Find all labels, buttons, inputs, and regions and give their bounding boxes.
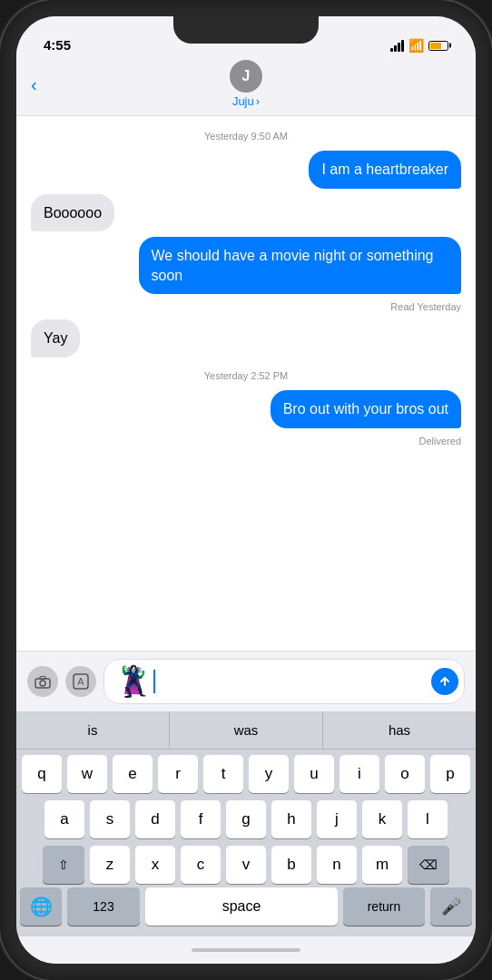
mic-key[interactable]: 🎤 [430, 887, 472, 926]
keys-container: q w e r t y u i o p a s d f g [16, 750, 476, 887]
key-p[interactable]: p [430, 755, 470, 793]
bubble-received-1: Boooooo [31, 194, 114, 232]
autocomplete-has[interactable]: has [323, 711, 476, 749]
autocomplete-is[interactable]: is [16, 711, 170, 749]
message-row: Bro out with your bros out [31, 390, 461, 428]
num-key[interactable]: 123 [67, 887, 140, 926]
nav-bar: ‹ J Juju › [16, 56, 476, 116]
key-b[interactable]: b [271, 846, 311, 884]
autocomplete-was[interactable]: was [170, 711, 323, 749]
keyboard-bottom-pad [16, 929, 476, 936]
bottom-row: 🌐 123 space return 🎤 [16, 887, 476, 929]
key-a[interactable]: a [44, 800, 84, 838]
input-area: A 🦹‍♀️ [16, 651, 476, 711]
key-u[interactable]: u [294, 755, 334, 793]
camera-button[interactable] [27, 666, 58, 697]
key-row-2: a s d f g h j k l [20, 800, 472, 838]
messages-area: Yesterday 9:50 AM I am a heartbreaker Bo… [16, 116, 476, 651]
back-chevron-icon: ‹ [31, 75, 37, 93]
key-r[interactable]: r [158, 755, 198, 793]
appstore-button[interactable]: A [65, 666, 96, 697]
key-j[interactable]: j [317, 800, 357, 838]
bubble-sent-1: I am a heartbreaker [309, 151, 461, 189]
return-key[interactable]: return [343, 887, 425, 926]
input-emoji: 🦹‍♀️ [115, 667, 152, 696]
key-d[interactable]: d [135, 800, 175, 838]
phone-frame: 4:55 📶 ‹ J Juj [0, 0, 492, 980]
key-i[interactable]: i [339, 755, 379, 793]
text-cursor [153, 670, 155, 693]
read-text: Read Yesterday [390, 301, 461, 312]
bubble-received-2: Yay [31, 319, 80, 358]
key-s[interactable]: s [90, 800, 130, 838]
svg-rect-2 [40, 676, 45, 679]
contact-name: Juju › [232, 94, 260, 108]
send-button[interactable] [431, 668, 458, 695]
key-f[interactable]: f [181, 800, 221, 838]
delete-key[interactable]: ⌫ [408, 846, 449, 884]
key-o[interactable]: o [385, 755, 425, 793]
read-label: Read Yesterday [31, 301, 461, 312]
key-q[interactable]: q [22, 755, 62, 793]
bubble-sent-2: We should have a movie night or somethin… [139, 237, 462, 294]
key-t[interactable]: t [203, 755, 243, 793]
home-indicator [16, 936, 476, 964]
status-icons: 📶 [390, 38, 448, 53]
key-c[interactable]: c [181, 846, 221, 884]
message-row: We should have a movie night or somethin… [31, 237, 461, 294]
key-g[interactable]: g [226, 800, 266, 838]
keyboard: is was has q w e r t y u i o p [16, 711, 476, 936]
status-time: 4:55 [44, 37, 71, 53]
key-x[interactable]: x [135, 846, 175, 884]
chevron-icon: › [256, 94, 260, 108]
bubble-sent-3: Bro out with your bros out [271, 390, 461, 428]
svg-text:A: A [77, 676, 84, 687]
contact-header[interactable]: J Juju › [230, 60, 262, 108]
delivered-label: Delivered [31, 436, 461, 446]
svg-point-1 [40, 681, 45, 686]
key-m[interactable]: m [362, 846, 402, 884]
message-row: Boooooo [31, 194, 461, 232]
signal-icon [390, 40, 404, 52]
notch [173, 16, 319, 44]
key-y[interactable]: y [249, 755, 289, 793]
back-button[interactable]: ‹ [31, 75, 37, 93]
text-input[interactable]: 🦹‍♀️ [103, 659, 465, 704]
timestamp-1: Yesterday 9:50 AM [31, 131, 461, 142]
key-k[interactable]: k [362, 800, 402, 838]
autocomplete-bar: is was has [16, 711, 476, 750]
timestamp-2: Yesterday 2:52 PM [31, 370, 461, 381]
avatar: J [230, 60, 262, 93]
key-e[interactable]: e [113, 755, 153, 793]
shift-key[interactable]: ⇧ [43, 846, 84, 884]
key-h[interactable]: h [271, 800, 311, 838]
key-row-3: ⇧ z x c v b n m ⌫ [20, 846, 472, 884]
battery-icon [428, 41, 448, 51]
phone-screen: 4:55 📶 ‹ J Juj [16, 16, 476, 964]
message-row: Yay [31, 319, 461, 358]
key-n[interactable]: n [317, 846, 357, 884]
message-row: I am a heartbreaker [31, 151, 461, 189]
space-key[interactable]: space [145, 887, 338, 926]
home-bar [192, 948, 300, 952]
key-row-1: q w e r t y u i o p [20, 755, 472, 793]
globe-key[interactable]: 🌐 [20, 887, 62, 926]
key-w[interactable]: w [67, 755, 107, 793]
key-l[interactable]: l [408, 800, 448, 838]
wifi-icon: 📶 [408, 38, 424, 53]
key-v[interactable]: v [226, 846, 266, 884]
key-z[interactable]: z [90, 846, 130, 884]
